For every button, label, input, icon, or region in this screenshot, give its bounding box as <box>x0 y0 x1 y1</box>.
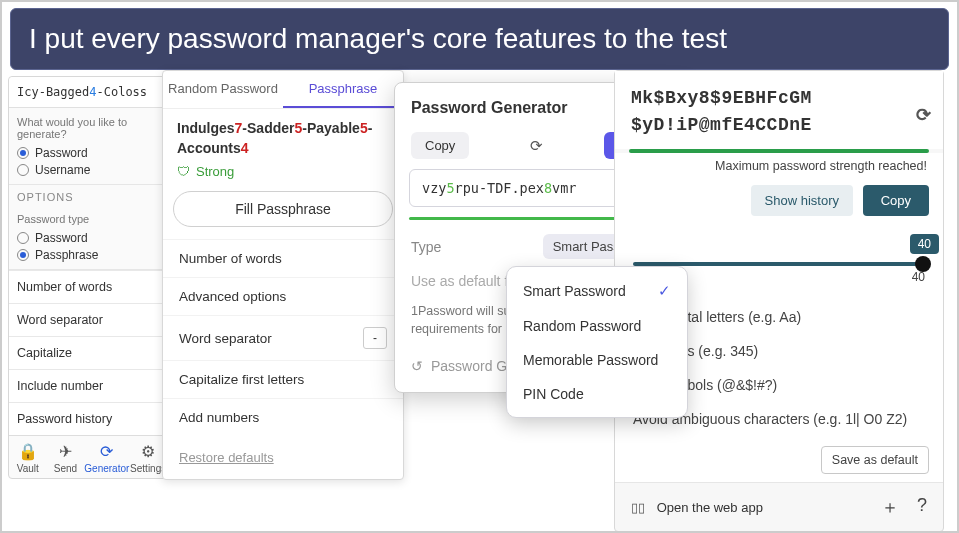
row-include-number[interactable]: Include number <box>9 369 167 402</box>
strength-message: Maximum password strength reached! <box>615 153 943 183</box>
row-password-history[interactable]: Password history <box>9 402 167 435</box>
shield-icon: 🛡 <box>177 164 190 179</box>
tab-random[interactable]: Random Password <box>163 71 283 108</box>
length-bubble: 40 <box>910 234 939 254</box>
panel-dashlane: Random Password Passphrase Indulges7-Sad… <box>162 70 404 480</box>
row-capitalize[interactable]: Capitalize <box>9 336 167 369</box>
pwtype-label: Password type <box>17 213 159 225</box>
reload-icon[interactable]: ⟳ <box>916 103 932 130</box>
restore-defaults-link[interactable]: Restore defaults <box>163 436 403 479</box>
options-header: OPTIONS <box>9 185 167 205</box>
radio-type-passphrase[interactable]: Passphrase <box>17 248 159 262</box>
headline-banner: I put every password manager's core feat… <box>10 8 949 70</box>
row-num-words[interactable]: Number of words <box>9 270 167 303</box>
pause-icon[interactable]: ▯▯ <box>631 500 645 515</box>
radio-on-icon <box>17 249 29 261</box>
radio-password[interactable]: Password <box>17 146 159 160</box>
generate-section: What would you like to generate? Passwor… <box>9 108 167 185</box>
opt-advanced[interactable]: Advanced options <box>163 277 403 315</box>
row-word-separator[interactable]: Word separator <box>9 303 167 336</box>
send-icon: ✈ <box>47 442 85 461</box>
slider-knob[interactable] <box>915 256 931 272</box>
strength-indicator: 🛡Strong <box>163 162 403 191</box>
tabs: Random Password Passphrase <box>163 71 403 109</box>
separator-input[interactable]: - <box>363 327 387 349</box>
dropdown-item-pin[interactable]: PIN Code <box>507 377 687 411</box>
generated-passphrase: Indulges7-Sadder5-Payable5-Accounts4 <box>163 109 403 162</box>
lock-icon: 🔒 <box>9 442 47 461</box>
plus-icon[interactable]: ＋ <box>881 495 899 519</box>
open-web-link[interactable]: Open the web app <box>657 500 763 515</box>
password-type-section: Password type Password Passphrase <box>9 205 167 270</box>
history-icon: ↺ <box>411 358 423 374</box>
radio-username[interactable]: Username <box>17 163 159 177</box>
save-default-button[interactable]: Save as default <box>821 446 929 474</box>
refresh-icon[interactable]: ⟳ <box>530 137 543 155</box>
type-dropdown: Smart Password✓ Random Password Memorabl… <box>506 266 688 418</box>
popup-title: Password Generator <box>411 99 568 117</box>
nav-generator[interactable]: ⟳Generator <box>84 436 129 478</box>
radio-on-icon <box>17 147 29 159</box>
check-icon: ✓ <box>658 282 671 300</box>
opt-add-numbers[interactable]: Add numbers <box>163 398 403 436</box>
dropdown-item-smart[interactable]: Smart Password✓ <box>507 273 687 309</box>
copy-button[interactable]: Copy <box>863 185 929 216</box>
opt-word-separator[interactable]: Word separator- <box>163 315 403 360</box>
show-history-button[interactable]: Show history <box>751 185 853 216</box>
radio-off-icon <box>17 164 29 176</box>
dropdown-item-memorable[interactable]: Memorable Password <box>507 343 687 377</box>
tab-passphrase[interactable]: Passphrase <box>283 71 403 108</box>
nav-send[interactable]: ✈Send <box>47 436 85 478</box>
opt-num-words[interactable]: Number of words <box>163 239 403 277</box>
radio-off-icon <box>17 232 29 244</box>
fill-passphrase-button[interactable]: Fill Passphrase <box>173 191 393 227</box>
opt-capitalize-first[interactable]: Capitalize first letters <box>163 360 403 398</box>
copy-button[interactable]: Copy <box>411 132 469 159</box>
generated-password-large: Mk$Bxy8$9EBHFcGM$yD!iP@mfE4CCDnE ⟳ <box>615 71 943 149</box>
panel-bitwarden: Icy-Bagged4-Coloss What would you like t… <box>8 76 168 479</box>
nav-vault[interactable]: 🔒Vault <box>9 436 47 478</box>
bottom-nav: 🔒Vault ✈Send ⟳Generator ⚙Settings <box>9 435 167 478</box>
type-label: Type <box>411 239 441 255</box>
sample-password: Icy-Bagged4-Coloss <box>9 77 167 108</box>
generate-question: What would you like to generate? <box>17 116 159 140</box>
dropdown-item-random[interactable]: Random Password <box>507 309 687 343</box>
help-icon[interactable]: ? <box>917 495 927 519</box>
radio-type-password[interactable]: Password <box>17 231 159 245</box>
refresh-icon: ⟳ <box>84 442 129 461</box>
